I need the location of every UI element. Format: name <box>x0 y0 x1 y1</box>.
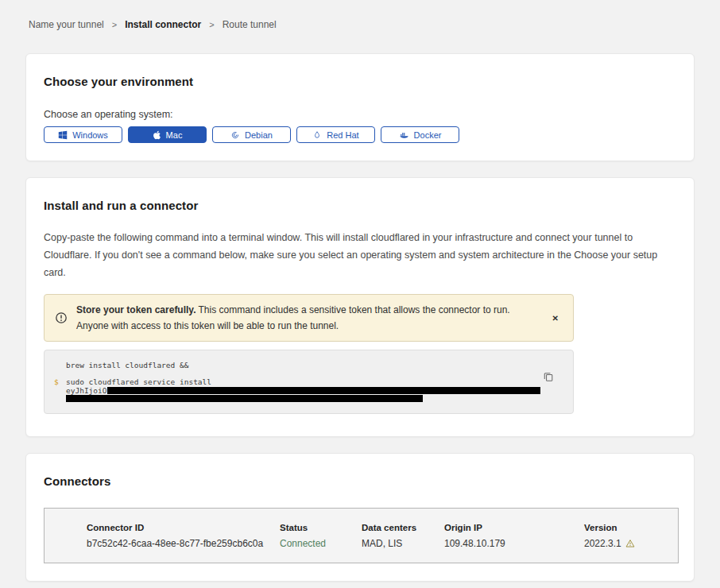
apple-logo-icon <box>153 130 161 140</box>
os-button-windows[interactable]: Windows <box>44 126 122 143</box>
code-line-sudo: $ sudo cloudflared service install <box>54 377 541 386</box>
os-button-mac[interactable]: Mac <box>128 126 207 143</box>
os-button-docker[interactable]: Docker <box>381 126 459 143</box>
windows-logo-icon <box>58 130 68 140</box>
code-sudo-text: sudo cloudflared service install <box>66 377 211 386</box>
close-icon[interactable]: ✕ <box>549 312 562 324</box>
code-line-brew: brew install cloudflared && <box>54 361 541 369</box>
os-select-label: Choose an operating system: <box>44 109 676 120</box>
page-content: Choose your environment Choose an operat… <box>25 53 695 582</box>
warning-triangle-icon[interactable] <box>625 539 635 548</box>
breadcrumb: Name your tunnel > Install connector > R… <box>0 0 720 30</box>
debian-swirl-icon <box>230 130 240 140</box>
column-header-connector-id: Connector ID <box>87 523 280 532</box>
column-connector-id: Connector ID b7c52c42-6caa-48ee-8c77-fbe… <box>87 523 280 549</box>
code-line-token: eyJhIjoiO <box>54 386 541 395</box>
column-origin-ip: Origin IP 109.48.10.179 <box>444 523 584 549</box>
docker-whale-icon <box>399 130 409 140</box>
os-button-label: Debian <box>245 130 273 140</box>
chevron-separator: > <box>112 20 117 29</box>
column-version: Version 2022.3.1 <box>584 523 678 549</box>
install-connector-card: Install and run a connector Copy-paste t… <box>25 177 695 437</box>
os-button-redhat[interactable]: Red Hat <box>296 126 375 143</box>
os-button-label: Red Hat <box>327 130 358 140</box>
os-button-group: Windows Mac Debian Red Hat <box>44 126 676 143</box>
column-data-centers: Data centers MAD, LIS <box>362 523 444 549</box>
breadcrumb-step-route-tunnel[interactable]: Route tunnel <box>223 19 277 30</box>
token-warning-text: Store your token carefully.This command … <box>76 302 534 335</box>
origin-ip-value: 109.48.10.179 <box>444 538 584 549</box>
red-hat-icon <box>312 130 322 140</box>
column-header-version: Version <box>584 523 678 532</box>
connectors-card: Connectors Connector ID b7c52c42-6caa-48… <box>25 453 695 582</box>
column-header-status: Status <box>280 523 362 532</box>
info-circle-icon <box>55 311 68 324</box>
version-number: 2022.3.1 <box>584 538 621 549</box>
redacted-token-bar <box>107 387 540 394</box>
token-prefix-text: eyJhIjoiO <box>66 386 106 395</box>
breadcrumb-step-name-your-tunnel[interactable]: Name your tunnel <box>29 19 104 30</box>
breadcrumb-step-install-connector[interactable]: Install connector <box>125 19 201 30</box>
connector-id-value: b7c52c42-6caa-48ee-8c77-fbe259cb6c0a <box>87 538 280 549</box>
token-warning-banner: Store your token carefully.This command … <box>44 294 574 342</box>
connectors-table: Connector ID b7c52c42-6caa-48ee-8c77-fbe… <box>44 508 679 563</box>
os-button-label: Docker <box>414 130 442 140</box>
install-instructions: Copy-paste the following command into a … <box>44 230 676 282</box>
redacted-token-bar <box>66 395 423 402</box>
os-button-label: Windows <box>72 130 108 140</box>
code-brew-text: brew install cloudflared && <box>66 361 188 369</box>
install-command-code-block: brew install cloudflared && $ sudo cloud… <box>44 350 574 414</box>
shell-prompt: $ <box>54 377 66 386</box>
data-centers-value: MAD, LIS <box>362 538 444 549</box>
status-badge: Connected <box>280 538 362 549</box>
environment-card: Choose your environment Choose an operat… <box>25 53 695 161</box>
version-value: 2022.3.1 <box>584 538 678 549</box>
environment-card-title: Choose your environment <box>44 75 676 88</box>
connectors-card-title: Connectors <box>44 474 676 488</box>
os-button-debian[interactable]: Debian <box>212 126 291 143</box>
column-status: Status Connected <box>280 523 362 549</box>
column-header-origin-ip: Origin IP <box>444 523 584 532</box>
install-card-title: Install and run a connector <box>44 199 676 212</box>
chevron-separator: > <box>209 20 214 29</box>
os-button-label: Mac <box>166 130 183 140</box>
token-warning-bold: Store your token carefully. <box>76 304 196 315</box>
copy-icon[interactable] <box>543 371 554 385</box>
column-header-data-centers: Data centers <box>362 523 444 532</box>
